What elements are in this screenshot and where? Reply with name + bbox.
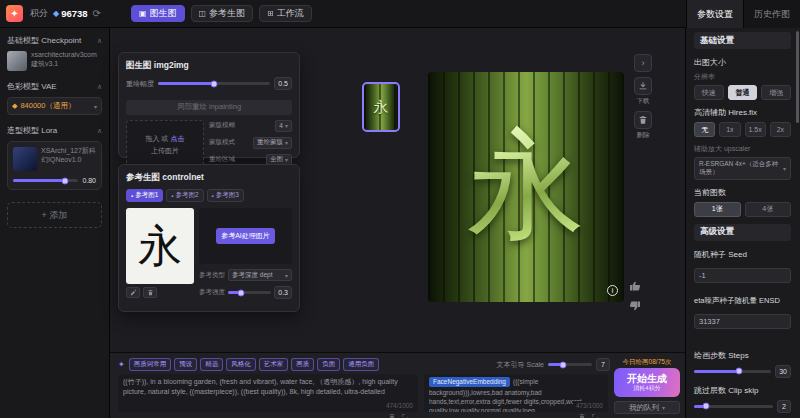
gem-icon: ◆ [53,9,59,18]
collapse-strip-icon[interactable]: › [634,54,652,72]
reference-strength-slider[interactable] [228,291,271,294]
result-thumbnail[interactable]: 永 [362,82,400,132]
vae-title: 色彩模型 VAE [7,81,57,92]
denoise-slider[interactable] [158,82,270,85]
denoise-value[interactable]: 0.5 [274,77,292,90]
info-icon[interactable]: i [607,285,618,296]
chip-negative[interactable]: 负面 [317,358,340,371]
lora-weight-value: 0.80 [82,177,96,184]
hires-none[interactable]: 无 [694,122,715,137]
controlnet-title: 参考生图 controlnet [126,172,292,184]
count-4[interactable]: 4张 [745,202,792,217]
tab-params[interactable]: 参数设置 [686,0,743,28]
thumb-up-icon[interactable] [629,280,641,292]
positive-prompt-input[interactable]: ((竹子)), in a blooming garden, (fresh and… [118,374,418,412]
topbar: ✦ 积分 ◆ 96738 ⟳ ▣ 图生图 ◫ 参考生图 ⊞ 工作流 参数设置 历… [0,0,800,28]
add-model-button[interactable]: + 添加 [7,202,102,228]
quality-normal[interactable]: 普通 [728,85,758,100]
embedding-tag[interactable]: FaceNegativeEmbedding [429,377,510,387]
reference-image[interactable]: 永 [126,208,194,284]
expand-icon[interactable] [401,413,409,418]
ensd-input[interactable] [694,314,791,329]
chip-quality-common[interactable]: 画质词常用 [129,358,172,371]
square-icon: ▪ [171,193,173,199]
clear-icon[interactable] [578,413,586,418]
clip-skip-slider[interactable] [694,405,773,408]
lora-weight-slider[interactable] [13,179,78,182]
square-icon: ▪ [212,193,214,199]
edit-icon[interactable] [126,287,140,298]
queue-button[interactable]: 我的队列 ▾ [614,401,680,414]
expand-icon[interactable] [591,413,599,418]
tab-reference[interactable]: ◫ 参考生图 [191,5,254,22]
collapse-icon[interactable]: ∧ [97,127,102,135]
chip-stylized[interactable]: 风格化 [226,358,256,371]
preview-image[interactable]: 永 i [428,72,624,302]
positive-char-count: 474/1000 [383,401,413,410]
hires-1x[interactable]: 1x [719,122,740,137]
generate-cost: 消耗4积分 [633,385,660,393]
hires-2x[interactable]: 2x [770,122,791,137]
scrollbar[interactable] [796,31,799,123]
seed-input[interactable] [694,268,791,283]
process-reference-button[interactable]: 参考AI处理图片 [216,228,275,244]
clear-icon[interactable] [388,413,396,418]
mask-blur-select[interactable]: 4 ▾ [275,120,292,132]
controlnet-tab-3[interactable]: ▪ 参考图3 [207,189,244,202]
chip-featured[interactable]: 精选 [200,358,223,371]
tab-workflow[interactable]: ⊞ 工作流 [259,5,312,22]
reference-strength-value[interactable]: 0.3 [274,286,292,299]
reference-type-label: 参考类型 [199,271,225,280]
clip-skip-value[interactable]: 2 [777,400,791,413]
vae-select[interactable]: ◆ 840000（通用） ▾ [7,97,102,115]
quality-enhanced[interactable]: 增强 [761,85,791,100]
controlnet-tab-1[interactable]: ▪ 参考图1 [126,189,163,202]
checkpoint-name: xsarchitecturalv3com建筑v3.1 [31,51,102,69]
chip-presets[interactable]: 预设 [174,358,197,371]
download-label: 下载 [637,97,650,106]
upscaler-select[interactable]: R-ESRGAN 4x+（适合多种场景） ▾ [694,157,791,180]
steps-slider[interactable] [694,370,771,373]
mask-mode-value: 重绘蒙版 [257,138,283,147]
delete-icon[interactable] [143,287,157,298]
chip-quality[interactable]: 画质 [291,358,314,371]
inpaint-area-value: 全图 [270,155,283,164]
download-icon[interactable] [634,77,652,95]
collapse-icon[interactable]: ∧ [97,37,102,45]
refresh-icon[interactable]: ⟳ [93,8,101,19]
controlnet-tab-2[interactable]: ▪ 参考图2 [166,189,203,202]
img2img-panel: 图生图 img2img 重绘幅度 0.5 局部重绘 inpainting 拖入 … [118,52,300,158]
canvas-area: 图生图 img2img 重绘幅度 0.5 局部重绘 inpainting 拖入 … [110,28,685,418]
collapse-icon[interactable]: ∧ [97,83,102,91]
checkpoint-thumbnail [7,51,27,71]
quality-fast[interactable]: 快速 [694,85,724,100]
chip-artists[interactable]: 艺术家 [259,358,289,371]
sparkle-icon: ✦ [118,360,125,369]
chip-common-negative[interactable]: 通用负面 [343,358,379,371]
workflow-icon: ⊞ [267,9,274,18]
steps-value[interactable]: 30 [775,365,791,378]
hires-15x[interactable]: 1.5x [745,122,766,137]
generate-label: 开始生成 [627,373,667,386]
credits-value: 96738 [61,8,87,19]
reference-type-select[interactable]: 参考深度 dept ▾ [228,269,292,281]
checkpoint-model[interactable]: xsarchitecturalv3com建筑v3.1 [7,51,102,71]
generate-button[interactable]: 开始生成 消耗4积分 [614,368,680,397]
upload-dropzone[interactable]: 拖入 或 点击 上传图片 [126,120,204,170]
thumb-down-icon[interactable] [629,300,641,312]
tab-history[interactable]: 历史作图 [743,0,800,28]
lora-card[interactable]: XSArchi_127新科幻IQNeov1.0 0.80 [7,141,102,190]
ensd-label: eta噪声种子随机量 ENSD [694,296,791,306]
app-logo-icon[interactable]: ✦ [6,5,23,22]
cfg-scale-slider[interactable] [548,363,592,366]
mask-mode-select[interactable]: 重绘蒙版 ▾ [253,137,292,149]
cfg-scale-value[interactable]: 7 [596,358,610,371]
upload-drag-text: 拖入 [146,135,160,142]
inpaint-button[interactable]: 局部重绘 inpainting [126,100,292,115]
tab-img2img[interactable]: ▣ 图生图 [131,5,185,22]
negative-prompt-input[interactable]: FaceNegativeEmbedding(((simple backgroun… [424,374,608,412]
vae-section: 色彩模型 VAE ∧ ◆ 840000（通用） ▾ [7,81,102,115]
count-1[interactable]: 1张 [694,202,741,217]
chevron-down-icon: ▾ [285,156,288,163]
delete-icon[interactable] [634,111,652,129]
